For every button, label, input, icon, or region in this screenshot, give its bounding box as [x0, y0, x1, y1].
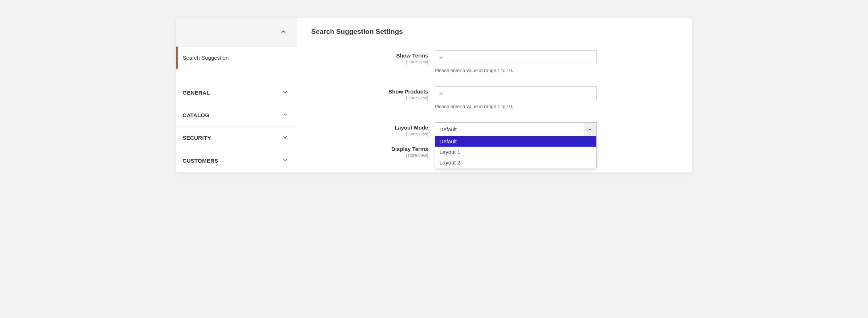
sidebar-section-security[interactable]: SECURITY — [176, 127, 297, 149]
chevron-down-icon — [282, 112, 288, 119]
sidebar-section-label: CUSTOMERS — [183, 158, 218, 164]
sidebar-section-customers[interactable]: CUSTOMERS — [176, 149, 297, 172]
show-products-input[interactable] — [435, 86, 597, 100]
field-hint: Please enter a value in range 1 to 10. — [435, 104, 597, 109]
field-scope: [store view] — [311, 131, 428, 136]
field-layout-mode: Layout Mode [store view] Default Default… — [311, 122, 678, 136]
sidebar-item-search-suggestion[interactable]: Search Suggestion — [176, 47, 297, 69]
field-scope: [store view] — [311, 59, 428, 64]
dropdown-option-layout1[interactable]: Layout 1 — [435, 147, 596, 157]
chevron-up-icon — [584, 123, 596, 136]
field-scope: [store view] — [311, 153, 428, 158]
sidebar-section-general[interactable]: GENERAL — [176, 82, 297, 104]
sidebar-section-label: SECURITY — [183, 135, 211, 141]
page-title: Search Suggestion Settings — [311, 28, 678, 36]
field-label: Show Products — [311, 88, 428, 95]
sidebar-section-label: GENERAL — [183, 90, 210, 96]
show-terms-input[interactable] — [435, 50, 597, 64]
svg-marker-0 — [589, 128, 591, 130]
sidebar: Search Suggestion GENERAL CATALOG SECURI… — [176, 18, 297, 172]
dropdown-option-layout2[interactable]: Layout 2 — [435, 157, 596, 168]
field-hint: Please enter a value in range 1 to 10. — [435, 68, 597, 73]
layout-mode-select[interactable]: Default — [435, 122, 597, 136]
field-show-terms: Show Terms [store view] Please enter a v… — [311, 50, 678, 73]
sidebar-gap — [176, 69, 297, 82]
sidebar-collapse-button[interactable] — [176, 18, 297, 47]
content-area: Search Suggestion Settings Show Terms [s… — [297, 18, 692, 172]
select-value: Default — [435, 123, 584, 136]
dropdown-option-default[interactable]: Default — [435, 136, 596, 147]
chevron-down-icon — [282, 89, 288, 96]
chevron-down-icon — [282, 134, 288, 141]
layout-mode-dropdown: Default Layout 1 Layout 2 — [435, 136, 597, 168]
field-label: Show Terms — [311, 52, 428, 59]
field-scope: [store view] — [311, 95, 428, 100]
sidebar-section-label: CATALOG — [183, 112, 210, 118]
settings-panel: Search Suggestion GENERAL CATALOG SECURI… — [176, 18, 692, 172]
field-show-products: Show Products [store view] Please enter … — [311, 86, 678, 109]
sidebar-section-catalog[interactable]: CATALOG — [176, 104, 297, 127]
field-label: Display Terms — [311, 146, 428, 152]
sidebar-item-label: Search Suggestion — [183, 55, 229, 61]
chevron-down-icon — [282, 157, 288, 164]
chevron-up-icon — [280, 28, 287, 36]
field-label: Layout Mode — [311, 124, 428, 131]
